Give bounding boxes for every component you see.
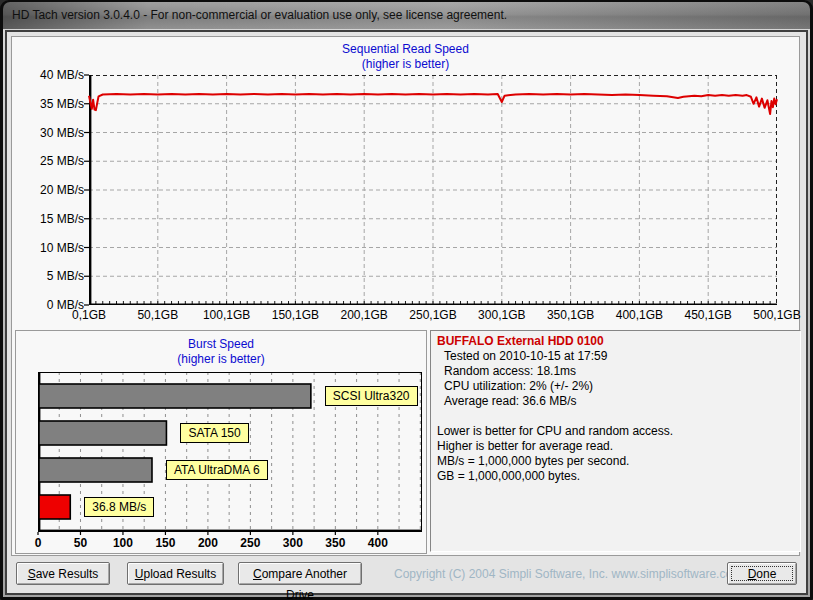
save-results-button[interactable]: Save Results (16, 562, 110, 585)
x-axis-tick-label: 400,1GB (607, 308, 671, 322)
x-axis-tick-label: 50 (60, 536, 100, 550)
x-axis-tick-label: 350,1GB (539, 308, 603, 322)
info-notes: Lower is better for CPU and random acces… (437, 424, 794, 484)
y-axis-tick-label: 25 MB/s (24, 154, 84, 168)
y-axis-tick-label: 10 MB/s (24, 241, 84, 255)
bar-value-label: SATA 150 (180, 423, 248, 443)
title-bar[interactable]: HD Tach version 3.0.4.0 - For non-commer… (3, 2, 810, 29)
chart-title-line1: Sequential Read Speed (12, 42, 799, 57)
x-axis-tick-label: 350 (315, 536, 355, 550)
info-detail-line: Average read: 36.6 MB/s (437, 394, 794, 409)
bar-value-label: 36.8 MB/s (84, 497, 154, 517)
x-axis-tick-label: 0,1GB (57, 308, 121, 322)
y-axis-tick-label: 35 MB/s (24, 97, 84, 111)
window-title: HD Tach version 3.0.4.0 - For non-commer… (3, 2, 810, 29)
x-axis-tick-label: 300,1GB (470, 308, 534, 322)
chart-title-line1: Burst Speed (16, 337, 426, 352)
x-axis-tick-label: 150 (145, 536, 185, 550)
burst-speed-chart-title: Burst Speed (higher is better) (16, 337, 426, 367)
chart-title-line2: (higher is better) (12, 57, 799, 72)
x-axis-tick-label: 300 (273, 536, 313, 550)
x-axis-tick-label: 0 (18, 536, 58, 550)
upload-results-button[interactable]: Upload Results (127, 562, 224, 585)
x-axis-tick-label: 150,1GB (263, 308, 327, 322)
x-axis-tick-label: 250,1GB (401, 308, 465, 322)
info-detail-line: CPU utilization: 2% (+/- 2%) (437, 379, 794, 394)
results-panel: Sequential Read Speed (higher is better)… (11, 36, 800, 556)
done-button[interactable]: Done (727, 562, 797, 585)
x-axis-tick-label: 50,1GB (126, 308, 190, 322)
info-detail-line: Tested on 2010-10-15 at 17:59 (437, 349, 794, 364)
sequential-read-line-chart (89, 75, 777, 305)
x-axis-tick-label: 200 (188, 536, 228, 550)
info-note-line: GB = 1,000,000,000 bytes. (437, 469, 794, 484)
info-note-line: MB/s = 1,000,000 bytes per second. (437, 454, 794, 469)
bar-value-label: ATA UltraDMA 6 (166, 460, 268, 480)
y-axis-tick-label: 40 MB/s (24, 68, 84, 82)
info-note-line: Higher is better for average read. (437, 439, 794, 454)
main-dialog: Sequential Read Speed (higher is better)… (5, 30, 808, 595)
y-axis-tick-label: 20 MB/s (24, 183, 84, 197)
x-axis-tick-label: 500,1GB (745, 308, 809, 322)
chart-title-line2: (higher is better) (16, 352, 426, 367)
copyright-text: Copyright (C) 2004 Simpli Software, Inc.… (394, 567, 742, 581)
x-axis-tick-label: 400 (358, 536, 398, 550)
info-detail-line: Random access: 18.1ms (437, 364, 794, 379)
burst-speed-chart-box: Burst Speed (higher is better) SCSI Ultr… (15, 330, 427, 554)
drive-test-details: Tested on 2010-10-15 at 17:59Random acce… (437, 349, 794, 409)
y-axis-tick-label: 5 MB/s (24, 269, 84, 283)
x-axis-tick-label: 100,1GB (195, 308, 259, 322)
bar-value-label: SCSI Ultra320 (325, 386, 418, 406)
x-axis-tick-label: 450,1GB (676, 308, 740, 322)
compare-another-drive-button[interactable]: Compare Another Drive (238, 562, 362, 585)
y-axis-tick-label: 30 MB/s (24, 126, 84, 140)
sequential-read-chart-title: Sequential Read Speed (higher is better) (12, 42, 799, 72)
x-axis-tick-label: 200,1GB (332, 308, 396, 322)
drive-info-panel: BUFFALO External HDD 0100 Tested on 2010… (430, 330, 801, 552)
x-axis-tick-label: 100 (103, 536, 143, 550)
y-axis-tick-label: 15 MB/s (24, 212, 84, 226)
x-axis-tick-label: 250 (230, 536, 270, 550)
drive-name: BUFFALO External HDD 0100 (437, 334, 794, 349)
info-note-line: Lower is better for CPU and random acces… (437, 424, 794, 439)
